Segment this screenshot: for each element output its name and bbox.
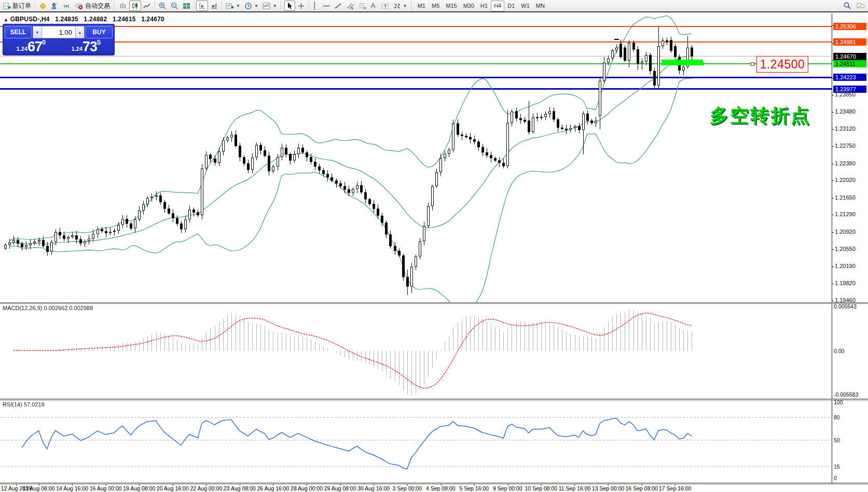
price-tick-1.20550: 1.20550	[835, 246, 856, 252]
line-chart-button[interactable]	[141, 1, 153, 11]
price-level-tag[interactable]: 1.24500	[756, 56, 808, 73]
timeframe-m30[interactable]: M30	[460, 1, 477, 11]
one-click-trading-panel: SELL ▼ 1.00 ▲ BUY 1.24 67 0 1.24 73 5	[3, 24, 115, 55]
date-label: 9 Sep 00:00	[493, 485, 522, 491]
tile-windows-icon	[183, 2, 190, 10]
rsi-label: RSI(14) 57.0219	[3, 401, 45, 407]
price-tick-1.23120: 1.23120	[835, 125, 856, 132]
timeframe-m1[interactable]: M1	[415, 1, 429, 11]
fibonacci-button[interactable]: F	[356, 1, 369, 11]
timeframe-h1[interactable]: H1	[477, 1, 491, 11]
tile-windows-button[interactable]	[181, 1, 192, 11]
fibonacci-icon: F	[359, 2, 367, 10]
macd-label: MACD(12,26,9) 0.002662 0.002988	[3, 305, 93, 311]
timeframe-mn[interactable]: MN	[533, 1, 548, 11]
gold-icon	[39, 2, 47, 10]
new-order-button[interactable]: 新订单	[1, 1, 33, 11]
trendline-button[interactable]	[332, 1, 344, 11]
timeframe-m5[interactable]: M5	[429, 1, 443, 11]
volume-stepper: ▼ 1.00 ▲	[33, 26, 85, 38]
date-label: 14 Aug 16:00	[56, 485, 88, 491]
zoom-out-icon	[171, 2, 178, 10]
text-button[interactable]: A	[369, 1, 379, 11]
separator	[194, 1, 195, 10]
rsi-canvas[interactable]	[0, 400, 832, 483]
macd-canvas[interactable]	[0, 304, 832, 399]
volume-field[interactable]: 1.00	[42, 26, 75, 38]
periods-button[interactable]: ▼	[242, 1, 260, 11]
date-label: 23 Aug 08:00	[224, 485, 256, 491]
panel-collapse-icon[interactable]: ▲	[4, 17, 8, 22]
chart-annotation-text[interactable]: 多空转折点	[710, 103, 811, 129]
candlestick-icon	[131, 2, 139, 10]
buy-price-big: 73	[82, 40, 97, 53]
date-label: 5 Sep 16:00	[460, 485, 489, 491]
data-window-button[interactable]	[49, 1, 61, 11]
signals-button[interactable]	[61, 1, 73, 11]
pane-separator[interactable]	[0, 399, 868, 400]
sell-price-big: 67	[27, 40, 42, 53]
sell-button[interactable]: SELL	[5, 26, 32, 38]
price-tag-anchor[interactable]	[751, 62, 754, 66]
arrows-button[interactable]: ▼	[391, 1, 409, 11]
candle-chart-button[interactable]	[129, 1, 141, 11]
chat-button[interactable]	[853, 1, 867, 11]
line-chart-icon	[143, 2, 151, 10]
date-label: 20 Aug 16:00	[157, 485, 189, 491]
buy-button[interactable]: BUY	[86, 26, 113, 38]
dropdown-caret: ▼	[273, 4, 277, 8]
volume-decrease-button[interactable]: ▼	[33, 26, 42, 38]
zoom-out-button[interactable]	[169, 1, 181, 11]
pane-separator[interactable]	[0, 302, 868, 304]
cursor-icon	[286, 2, 293, 10]
price-axis-line	[832, 13, 832, 483]
buy-price[interactable]: 1.24 73 5	[60, 39, 113, 54]
highlight-bar[interactable]	[662, 60, 703, 65]
svg-text:E: E	[351, 7, 353, 10]
volume-increase-button[interactable]: ▲	[75, 26, 85, 38]
level-tick-mark	[614, 39, 619, 40]
vertical-line-button[interactable]: │	[311, 1, 321, 11]
date-label: 10 Sep 08:00	[525, 485, 557, 491]
zoom-in-button[interactable]	[157, 1, 169, 11]
price-tick-1.22020: 1.22020	[835, 177, 856, 183]
horizontal-line-button[interactable]: —	[321, 1, 332, 11]
timeframe-toolbar: M1M5M15M30H1H4D1W1MN	[415, 1, 548, 11]
text-label-button[interactable]: T	[379, 1, 391, 11]
sell-price[interactable]: 1.24 67 0	[5, 39, 58, 54]
rsi-scale-50: 50	[834, 437, 840, 443]
date-axis[interactable]: 12 Aug 201913 Aug 08:0014 Aug 16:0016 Au…	[0, 484, 868, 492]
autotrading-label: 自动交易	[85, 2, 110, 10]
price-marker-1.25306: 1.25306	[833, 23, 866, 30]
crosshair-button[interactable]	[295, 1, 307, 11]
timeframe-m15[interactable]: M15	[443, 1, 460, 11]
trendline-icon	[334, 2, 342, 10]
toolbar-grip	[411, 2, 413, 10]
market-watch-button[interactable]	[37, 1, 49, 11]
search-button[interactable]	[841, 1, 853, 11]
date-label: 22 Aug 00:00	[190, 485, 222, 491]
rsi-scale-0: 0	[834, 475, 837, 481]
templates-button[interactable]: ▼	[260, 1, 279, 11]
bar-chart-button[interactable]	[117, 1, 129, 11]
timeframe-w1[interactable]: W1	[518, 1, 533, 11]
separator	[309, 1, 309, 10]
timeframe-d1[interactable]: D1	[504, 1, 518, 11]
new-order-icon	[3, 2, 11, 10]
bar-chart-icon	[119, 2, 127, 10]
toolbar-grip	[114, 2, 116, 10]
autotrading-button[interactable]: 自动交易	[73, 1, 112, 11]
date-label: 16 Sep 08:00	[625, 485, 657, 491]
channel-button[interactable]: E	[344, 1, 356, 11]
auto-scroll-button[interactable]	[196, 1, 208, 11]
date-label: 16 Aug 00:00	[90, 485, 122, 491]
chart-shift-button[interactable]	[208, 1, 220, 11]
indicators-button[interactable]: ▼	[224, 1, 242, 11]
pane-separator	[0, 483, 868, 484]
dropdown-caret: ▼	[403, 4, 407, 8]
date-label: 13 Aug 08:00	[23, 485, 55, 491]
price-chart-canvas[interactable]	[0, 13, 832, 302]
cursor-button[interactable]	[284, 1, 295, 11]
rsi-scale-100: 100	[834, 399, 843, 405]
timeframe-h4[interactable]: H4	[491, 1, 504, 11]
